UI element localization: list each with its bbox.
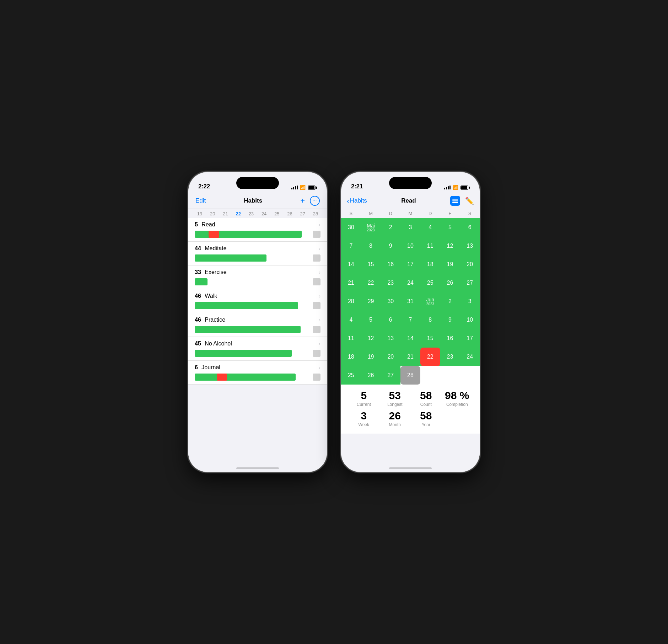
- read-nav: ‹ Habits Read ✏️: [341, 193, 480, 209]
- stat-year: 58 Year: [410, 410, 442, 427]
- habits-list: 5 Read › 44 Meditate ›: [188, 218, 327, 385]
- cal-cell[interactable]: 10: [400, 237, 420, 255]
- cal-cell[interactable]: 31: [400, 292, 420, 311]
- cal-header-d1: D: [381, 210, 400, 217]
- cal-cell[interactable]: 12: [361, 329, 381, 348]
- cal-cell[interactable]: 15: [361, 255, 381, 274]
- cal-cell[interactable]: 23: [381, 274, 400, 292]
- cal-cell[interactable]: 21: [341, 274, 361, 292]
- cal-cell[interactable]: 23: [440, 348, 460, 366]
- cal-cell[interactable]: 22: [361, 274, 381, 292]
- cal-cell[interactable]: 8: [361, 237, 381, 255]
- cal-cell[interactable]: 9: [440, 311, 460, 329]
- stat-month-label: Month: [379, 422, 411, 427]
- cal-cell[interactable]: 7: [400, 311, 420, 329]
- cal-cell[interactable]: 19: [361, 348, 381, 366]
- cal-cell[interactable]: 13: [381, 329, 400, 348]
- cal-cell[interactable]: 25: [420, 274, 440, 292]
- cal-cell-red-22[interactable]: 22: [420, 348, 440, 366]
- cal-cell[interactable]: 20: [381, 348, 400, 366]
- cal-row-3: 14 15 16 17 18 19 20: [341, 255, 480, 274]
- cal-cell[interactable]: 14: [341, 255, 361, 274]
- cal-cell[interactable]: 15: [420, 329, 440, 348]
- cal-cell[interactable]: 21: [400, 348, 420, 366]
- cal-cell[interactable]: 9: [381, 237, 400, 255]
- cal-header-s1: S: [341, 210, 361, 217]
- cal-cell[interactable]: 16: [440, 329, 460, 348]
- habit-walk-bar: [195, 301, 320, 310]
- cal-cell-jun[interactable]: Jun 2023: [420, 292, 440, 311]
- cal-cell[interactable]: 14: [400, 329, 420, 348]
- status-icons-left: 📶: [291, 185, 317, 190]
- cal-cell[interactable]: 24: [400, 274, 420, 292]
- habits-nav: Edit Habits + ···: [188, 193, 327, 209]
- list-view-button[interactable]: [450, 196, 460, 206]
- cal-cell[interactable]: 18: [420, 255, 440, 274]
- edit-button[interactable]: Edit: [195, 197, 206, 204]
- cal-cell[interactable]: 19: [440, 255, 460, 274]
- cal-cell-mai[interactable]: Mai 2023: [361, 218, 381, 237]
- cal-cell[interactable]: 27: [381, 366, 400, 385]
- cal-cell[interactable]: 30: [381, 292, 400, 311]
- cal-cell[interactable]: 3: [460, 292, 480, 311]
- cal-row-7: 11 12 13 14 15 16 17: [341, 329, 480, 348]
- home-indicator-right: [389, 467, 432, 469]
- habit-journal[interactable]: 6 Journal ›: [188, 361, 327, 385]
- cal-cell[interactable]: 2: [381, 218, 400, 237]
- cal-cell[interactable]: 26: [361, 366, 381, 385]
- nav-icons: + ···: [300, 196, 320, 206]
- cal-cell[interactable]: 24: [460, 348, 480, 366]
- cal-cell[interactable]: 13: [460, 237, 480, 255]
- calendar-header: S M D M D F S: [341, 209, 480, 218]
- habit-journal-name: 6 Journal: [195, 364, 220, 371]
- chevron-icon: ›: [319, 341, 320, 347]
- cal-cell[interactable]: 11: [341, 329, 361, 348]
- cal-cell[interactable]: 28: [341, 292, 361, 311]
- wifi-icon: 📶: [453, 185, 458, 190]
- cal-cell[interactable]: 2: [440, 292, 460, 311]
- cal-cell[interactable]: 17: [460, 329, 480, 348]
- cal-cell[interactable]: 29: [361, 292, 381, 311]
- cal-cell[interactable]: 7: [341, 237, 361, 255]
- habit-practice[interactable]: 46 Practice ›: [188, 313, 327, 337]
- cal-cell[interactable]: 16: [381, 255, 400, 274]
- more-button[interactable]: ···: [310, 196, 320, 206]
- stat-current: 5 Current: [348, 390, 379, 407]
- cal-cell[interactable]: 4: [420, 218, 440, 237]
- cal-cell[interactable]: 25: [341, 366, 361, 385]
- cal-cell[interactable]: 20: [460, 255, 480, 274]
- stat-count-label: Count: [410, 402, 442, 407]
- cal-cell[interactable]: 18: [341, 348, 361, 366]
- cal-cell[interactable]: 26: [440, 274, 460, 292]
- cal-row-9: 25 26 27 28: [341, 366, 480, 385]
- cal-cell[interactable]: 8: [420, 311, 440, 329]
- cal-cell[interactable]: 4: [341, 311, 361, 329]
- cal-cell[interactable]: 5: [361, 311, 381, 329]
- right-phone: 2:21 📶 ‹ Habits Read: [341, 172, 480, 472]
- back-button[interactable]: ‹ Habits: [347, 197, 367, 204]
- stats-row-2: 3 Week 26 Month 58 Year: [348, 410, 473, 427]
- cal-row-1: 30 Mai 2023 2 3 4 5 6: [341, 218, 480, 237]
- cal-cell[interactable]: 17: [400, 255, 420, 274]
- cal-cell[interactable]: 12: [440, 237, 460, 255]
- cal-cell[interactable]: 5: [440, 218, 460, 237]
- stat-longest-value: 53: [379, 390, 411, 401]
- add-habit-button[interactable]: +: [300, 196, 305, 205]
- cal-row-6: 4 5 6 7 8 9 10: [341, 311, 480, 329]
- habit-no-alcohol[interactable]: 45 No Alcohol ›: [188, 337, 327, 361]
- cal-cell[interactable]: 6: [381, 311, 400, 329]
- edit-button[interactable]: ✏️: [465, 197, 474, 205]
- cal-cell[interactable]: 27: [460, 274, 480, 292]
- cal-cell[interactable]: 30: [341, 218, 361, 237]
- habit-read[interactable]: 5 Read ›: [188, 218, 327, 242]
- cal-cell[interactable]: 3: [400, 218, 420, 237]
- habit-meditate[interactable]: 44 Meditate ›: [188, 242, 327, 265]
- cal-cell[interactable]: 11: [420, 237, 440, 255]
- cal-cell-gray-28[interactable]: 28: [400, 366, 420, 385]
- cal-cell[interactable]: 10: [460, 311, 480, 329]
- habit-walk[interactable]: 46 Walk ›: [188, 289, 327, 313]
- cal-cell[interactable]: 6: [460, 218, 480, 237]
- cal-header-m1: M: [361, 210, 381, 217]
- stat-longest: 53 Longest: [379, 390, 411, 407]
- habit-exercise[interactable]: 33 Exercise ›: [188, 265, 327, 289]
